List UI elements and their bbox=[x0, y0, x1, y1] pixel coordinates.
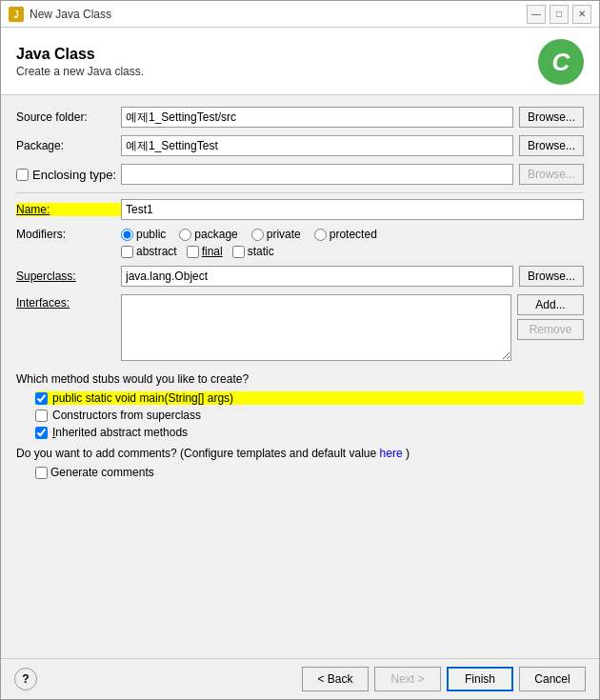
stub-inherited-label: Inherited abstract methods bbox=[52, 426, 188, 439]
modifier-static: static bbox=[232, 245, 274, 258]
stubs-list: public static void main(String[] args) C… bbox=[35, 391, 584, 439]
stub-constructors-label: Constructors from superclass bbox=[52, 409, 201, 422]
package-browse-button[interactable]: Browse... bbox=[519, 135, 584, 156]
modifier-abstract: abstract bbox=[121, 245, 177, 258]
interfaces-buttons: Add... Remove bbox=[517, 294, 584, 340]
maximize-button[interactable]: □ bbox=[550, 5, 569, 24]
name-row: Name: bbox=[16, 199, 584, 220]
stub-main-label: public static void main(String[] args) bbox=[52, 391, 233, 405]
interfaces-input[interactable] bbox=[121, 294, 511, 361]
dialog-title: Java Class bbox=[16, 46, 144, 63]
form-content: Source folder: Browse... Package: Browse… bbox=[1, 95, 599, 658]
superclass-browse-button[interactable]: Browse... bbox=[519, 266, 584, 287]
eclipse-logo: C bbox=[538, 39, 584, 85]
help-button[interactable]: ? bbox=[14, 668, 37, 690]
superclass-label: Superclass: bbox=[16, 270, 121, 283]
dialog-header: Java Class Create a new Java class. C bbox=[1, 28, 599, 95]
source-folder-row: Source folder: Browse... bbox=[16, 107, 584, 128]
interfaces-add-button[interactable]: Add... bbox=[517, 294, 584, 315]
method-stubs-section: Which method stubs would you like to cre… bbox=[16, 372, 584, 439]
final-checkbox[interactable] bbox=[187, 246, 199, 258]
package-row: Package: Browse... bbox=[16, 135, 584, 156]
interfaces-remove-button[interactable]: Remove bbox=[517, 319, 584, 340]
svg-text:J: J bbox=[13, 10, 19, 20]
modifier-private: private bbox=[251, 228, 301, 241]
modifier-package: package bbox=[179, 228, 237, 241]
stub-item-main: public static void main(String[] args) bbox=[35, 391, 584, 405]
interfaces-label: Interfaces: bbox=[16, 294, 121, 310]
comments-section: Do you want to add comments? (Configure … bbox=[16, 447, 584, 479]
modifier-public: public bbox=[121, 228, 166, 241]
modifier-final: final bbox=[187, 245, 223, 258]
modifiers-row: Modifiers: public package private protec… bbox=[16, 228, 584, 241]
dialog-subtitle: Create a new Java class. bbox=[16, 65, 144, 78]
generate-comments-checkbox[interactable] bbox=[35, 467, 48, 479]
static-checkbox[interactable] bbox=[232, 246, 245, 258]
divider-1 bbox=[16, 192, 584, 193]
generate-comments-label: Generate comments bbox=[50, 466, 154, 479]
modifiers-sub-row: abstract final static bbox=[121, 245, 584, 258]
stubs-question: Which method stubs would you like to cre… bbox=[16, 372, 584, 386]
next-button[interactable]: Next > bbox=[374, 667, 441, 691]
close-button[interactable]: ✕ bbox=[572, 5, 591, 24]
enclosing-type-label: Enclosing type: bbox=[32, 168, 116, 182]
interfaces-row: Interfaces: Add... Remove bbox=[16, 294, 584, 361]
footer-left: ? bbox=[14, 668, 37, 690]
enclosing-type-input[interactable] bbox=[121, 164, 513, 185]
app-icon: J bbox=[9, 7, 24, 22]
finish-button[interactable]: Finish bbox=[447, 667, 513, 691]
comments-items: Generate comments bbox=[35, 466, 584, 479]
cancel-button[interactable]: Cancel bbox=[519, 667, 586, 691]
modifiers-radio-group: public package private protected bbox=[121, 228, 377, 241]
dialog-footer: ? < Back Next > Finish Cancel bbox=[1, 658, 599, 699]
stub-item-constructors: Constructors from superclass bbox=[35, 409, 584, 422]
source-folder-input[interactable] bbox=[121, 107, 513, 128]
name-input[interactable] bbox=[121, 199, 584, 220]
header-text-area: Java Class Create a new Java class. bbox=[16, 46, 144, 78]
enclosing-checkbox-area: Enclosing type: bbox=[16, 168, 121, 182]
source-folder-browse-button[interactable]: Browse... bbox=[519, 107, 584, 128]
back-button[interactable]: < Back bbox=[302, 667, 369, 691]
generate-comments-item: Generate comments bbox=[35, 466, 584, 479]
superclass-row: Superclass: Browse... bbox=[16, 266, 584, 287]
package-label: Package: bbox=[16, 139, 121, 152]
source-folder-label: Source folder: bbox=[16, 110, 121, 124]
stub-item-inherited: Inherited abstract methods bbox=[35, 426, 584, 439]
comments-question: Do you want to add comments? (Configure … bbox=[16, 447, 584, 460]
name-label: Name: bbox=[16, 203, 121, 216]
package-input[interactable] bbox=[121, 135, 513, 156]
enclosing-type-row: Enclosing type: Browse... bbox=[16, 164, 584, 185]
modifiers-label: Modifiers: bbox=[16, 228, 121, 241]
enclosing-browse-button[interactable]: Browse... bbox=[519, 164, 584, 185]
titlebar: J New Java Class — □ ✕ bbox=[1, 1, 599, 28]
minimize-button[interactable]: — bbox=[527, 5, 546, 24]
comments-link[interactable]: here bbox=[380, 447, 403, 460]
modifier-protected: protected bbox=[314, 228, 377, 241]
enclosing-type-checkbox[interactable] bbox=[16, 169, 29, 181]
abstract-checkbox[interactable] bbox=[121, 246, 133, 258]
stub-constructors-checkbox[interactable] bbox=[35, 410, 48, 422]
stub-inherited-checkbox[interactable] bbox=[35, 427, 48, 439]
footer-buttons: < Back Next > Finish Cancel bbox=[302, 667, 586, 691]
stub-main-checkbox[interactable] bbox=[35, 392, 48, 405]
superclass-input[interactable] bbox=[121, 266, 513, 287]
window-controls: — □ ✕ bbox=[527, 5, 591, 24]
window-title: New Java Class bbox=[30, 8, 527, 21]
window: J New Java Class — □ ✕ Java Class Create… bbox=[0, 0, 600, 700]
